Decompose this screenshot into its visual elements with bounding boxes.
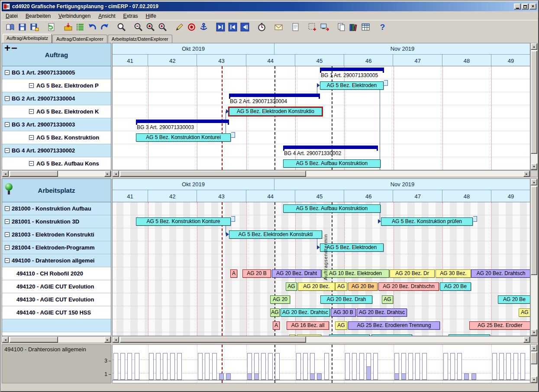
arbeitsplatz-panel-hscrollbar-left-arrow[interactable]: ◄ [2, 337, 9, 343]
send-icon[interactable] [319, 22, 330, 33]
arbeitsplatz-vscrollbar-down-arrow[interactable]: ▼ [531, 329, 537, 336]
gantt-bar[interactable]: AG 20 Bez. Draht [272, 269, 321, 278]
zoom-out-icon[interactable] [132, 22, 144, 33]
panel-row[interactable]: −281000 - Konstruktion Aufbau [2, 202, 111, 215]
gantt-bar[interactable]: AG 30 Bez. [436, 269, 471, 278]
titlebar[interactable]: cd4920 Grafische Fertigungsplanung - cim… [2, 2, 538, 11]
histogram-vscrollbar-up-arrow[interactable]: ▲ [531, 345, 537, 351]
gantt-bar[interactable]: AG 20 Bez. Dr [390, 269, 435, 278]
redo-icon[interactable] [99, 22, 110, 33]
summary-bar[interactable] [136, 120, 229, 123]
maximize-button[interactable] [522, 3, 529, 10]
gantt-bar[interactable]: AG 30 B [331, 308, 356, 317]
gantt-bar[interactable]: AG 25 Bez. Erodieren Trennung [348, 321, 440, 330]
summary-bar[interactable] [229, 94, 320, 97]
gantt-bar[interactable]: AG 16 Bez. all [287, 321, 329, 330]
auftrag-vscrollbar-track[interactable] [531, 50, 537, 163]
gantt-bar[interactable]: AG 20 Bez. [298, 282, 335, 291]
panel-row[interactable]: −AG 5 Bez. Elektroden P [2, 79, 111, 92]
save-icon[interactable] [16, 22, 28, 33]
gantt-bar[interactable]: AG 5 Bez. Elektroden [320, 81, 384, 90]
gantt-bar[interactable]: AG 20 [270, 295, 290, 304]
copy-icon[interactable] [336, 22, 347, 33]
collapse-minus-box[interactable]: − [5, 148, 10, 153]
collapse-minus-box[interactable]: − [5, 219, 10, 224]
menu-item-ansicht[interactable]: Ansicht [94, 12, 119, 20]
gantt-bar[interactable]: AG 10 Bez. Elektroden [322, 269, 389, 278]
gantt-bar[interactable]: AG [335, 282, 347, 291]
menu-item-bearbeiten[interactable]: Bearbeiten [22, 12, 55, 20]
gantt-bar[interactable]: AG 5 Bez. Elektroden [320, 243, 384, 252]
panel-row[interactable]: 494130 - AGIE CUT Evolution [2, 293, 111, 306]
arbeitsplatz-chart-hscrollbar[interactable]: ◄► [112, 336, 530, 343]
nav-prev-icon[interactable] [239, 22, 250, 33]
gantt-bar[interactable]: AG 20 Bez. Drahtschn [378, 282, 439, 291]
panel-row[interactable]: −BG 3 Art. 290071330003 [2, 118, 111, 131]
arbeitsplatz-panel-hscrollbar[interactable]: ◄► [2, 336, 111, 343]
panel-row[interactable]: −281003 - Elektroden Konstrukti [2, 228, 111, 241]
gantt-bar[interactable]: AG 5 Bez. Elektroden Konstrukti [229, 230, 322, 239]
arbeitsplatz-vscrollbar[interactable]: ▲▼ [530, 178, 538, 336]
nav-end-icon[interactable] [215, 22, 226, 33]
zoom-sync-icon[interactable] [145, 22, 156, 33]
timer-icon[interactable] [256, 22, 267, 33]
gantt-bar[interactable]: AG 5 Bez. Konstruktion prüfen [381, 217, 473, 226]
table-icon[interactable] [360, 22, 371, 33]
auftrag-panel-hscrollbar[interactable]: ◄► [2, 170, 111, 177]
auftrag-vscrollbar[interactable]: ▲▼ [530, 43, 538, 170]
auftrag-chart-hscrollbar-left-arrow[interactable]: ◄ [113, 171, 119, 177]
gantt-bar[interactable]: AG 20 Bez. Drahtsch [471, 269, 530, 278]
zoom-icon[interactable] [116, 22, 127, 33]
arbeitsplatz-panel-hscrollbar-right-arrow[interactable]: ► [104, 337, 111, 343]
gantt-bar[interactable]: AG 5 Bez. Aufbau Konstruktion [283, 204, 381, 213]
menu-item-hilfe[interactable]: Hilfe [142, 12, 160, 20]
auftrag-panel-hscrollbar-thumb[interactable] [10, 171, 58, 177]
histogram-vscrollbar-thumb[interactable] [531, 352, 537, 364]
collapse-minus-box[interactable]: − [5, 258, 10, 263]
collapse-minus-box[interactable]: − [29, 161, 34, 166]
collapse-minus-box[interactable]: − [29, 135, 34, 140]
note-icon[interactable] [290, 22, 301, 33]
panel-row[interactable]: −281001 - Konstruktion 3D [2, 215, 111, 228]
arbeitsplatz-chart-hscrollbar-right-arrow[interactable]: ► [523, 337, 530, 343]
panel-row[interactable]: −494100 - Drahterosion allgemei [2, 254, 111, 267]
gantt-bar[interactable]: AG 25 Bez. Erodier [469, 321, 530, 330]
arbeitsplatz-vscrollbar-track[interactable] [531, 185, 537, 329]
gantt-bar[interactable]: AG [270, 308, 280, 317]
panel-row[interactable]: −BG 2 Art. 290071330004 [2, 92, 111, 105]
auftrag-chart-area[interactable]: BG 1 Art. 290071330005AG 5 Bez. Elektrod… [112, 66, 530, 170]
gantt-bar[interactable]: AG [382, 295, 393, 304]
select-icon[interactable] [307, 22, 318, 33]
minimize-button[interactable] [514, 3, 521, 10]
auftrag-panel-hscrollbar-right-arrow[interactable]: ► [104, 171, 111, 177]
gantt-bar[interactable]: A [273, 321, 280, 330]
list-icon[interactable] [74, 22, 86, 33]
gantt-bar[interactable]: A [230, 269, 237, 278]
gantt-bar[interactable]: AG 5 Bez. Elektroden Konstruktio [229, 107, 322, 116]
arbeitsplatz-chart-hscrollbar-left-arrow[interactable]: ◄ [113, 337, 119, 343]
gantt-bar[interactable]: AG [335, 321, 347, 330]
panel-row[interactable]: 494110 - CH Robofil 2020 [2, 267, 111, 280]
mail-icon[interactable] [273, 22, 284, 33]
gantt-bar[interactable]: AG 20 B [242, 269, 271, 278]
gantt-bar[interactable]: AG 5 Bez. Aufbau Konstruktion [283, 159, 381, 168]
zoom-out-control[interactable]: − [11, 42, 18, 54]
collapse-minus-box[interactable]: − [5, 96, 10, 101]
summary-bar[interactable] [320, 68, 384, 71]
arbeitsplatz-vscrollbar-thumb[interactable] [531, 186, 537, 275]
auftrag-chart-hscrollbar-right-arrow[interactable]: ► [523, 171, 530, 177]
panel-row[interactable]: −AG 5 Bez. Aufbau Kons [2, 157, 111, 170]
arbeitsplatz-panel-hscrollbar-thumb[interactable] [10, 337, 58, 343]
refresh-icon[interactable] [45, 22, 57, 33]
save-as-icon[interactable] [29, 22, 40, 33]
panel-row[interactable]: −BG 4 Art. 290071330002 [2, 144, 111, 157]
panel-row[interactable]: 494140 - AGIE CUT 150 HSS [2, 306, 111, 319]
books-icon[interactable] [348, 22, 359, 33]
tab-auftrag-datenexplorer[interactable]: Auftrag/DatenExplorer [52, 35, 107, 43]
arbeitsplatz-chart-area[interactable]: Auftragsendtermin AG 5 Bez. Aufbau Konst… [112, 202, 530, 336]
menu-item-extras[interactable]: Extras [119, 12, 142, 20]
gantt-bar[interactable]: AG 5 Bez. Konstruktion Konture [136, 217, 231, 226]
menu-item-datei[interactable]: Datei [2, 12, 22, 20]
nav-first-icon[interactable] [227, 22, 238, 33]
open-icon[interactable] [4, 22, 16, 33]
